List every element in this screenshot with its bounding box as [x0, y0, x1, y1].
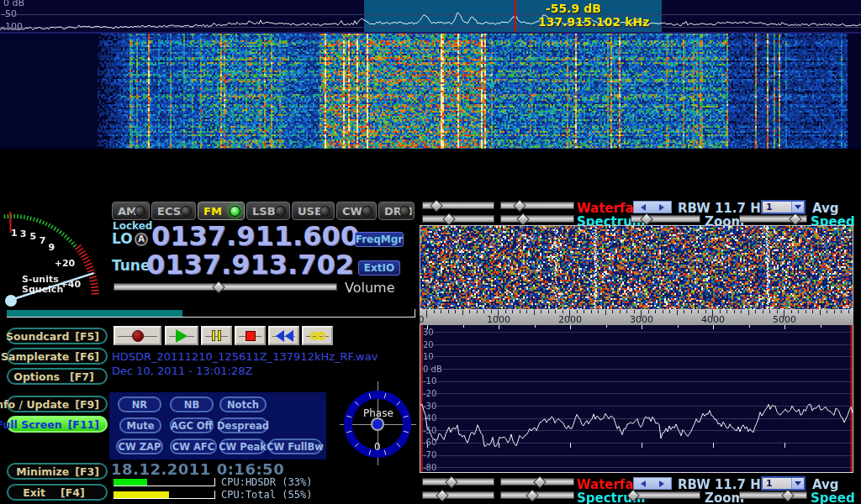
spectrum-lower-limit-slider[interactable] — [500, 215, 574, 223]
zoom-slider[interactable] — [631, 215, 700, 223]
rewind-icon — [275, 330, 293, 342]
despread-button[interactable]: Despread — [218, 417, 268, 433]
rbw-spinner[interactable] — [633, 477, 672, 490]
freq-label: 2000 — [558, 314, 582, 325]
mute-button[interactable]: Mute — [119, 417, 161, 433]
db-label: -60 — [423, 438, 436, 447]
mode-button-usb[interactable]: USB — [292, 202, 335, 220]
waterfall-lower-limit-slider[interactable] — [500, 202, 574, 209]
chevron-down-icon[interactable] — [791, 202, 804, 213]
button-label: CW Peak — [219, 441, 267, 453]
arrow-right-icon[interactable] — [659, 204, 664, 211]
button-label: Notch — [227, 399, 259, 411]
nb-button[interactable]: NB — [170, 396, 214, 412]
chevron-down-icon[interactable] — [791, 478, 804, 489]
stop-button[interactable] — [235, 326, 266, 345]
freqmgr-button[interactable]: FreqMgr — [355, 232, 404, 247]
agc-off-button[interactable]: AGC Off — [170, 417, 214, 433]
freqmgr-button-label: FreqMgr — [356, 234, 404, 245]
spectrum-upper-limit-slider[interactable] — [422, 491, 494, 499]
lo-label: LO — [112, 230, 133, 247]
freq-label: 1000 — [487, 314, 510, 325]
waterfall-upper-limit-slider[interactable] — [422, 202, 494, 209]
fullscreen-button[interactable]: Full Screen[F11] — [7, 416, 108, 433]
tune-cursor-line[interactable] — [515, 0, 516, 34]
nr-button[interactable]: NR — [118, 396, 161, 412]
db-label: -50 — [2, 8, 17, 19]
button-label: NR — [132, 399, 147, 411]
avg-select[interactable]: 1 — [761, 200, 806, 214]
button-label: Exit — [23, 486, 45, 499]
extio-button[interactable]: ExtIO — [358, 260, 400, 276]
record-button[interactable] — [114, 326, 161, 345]
squelch-level-bar[interactable] — [7, 309, 415, 318]
recorded-file-date: Dec 10, 2011 - 13:01:28Z — [112, 365, 252, 377]
pause-button[interactable] — [201, 326, 232, 345]
arrow-left-icon[interactable] — [641, 480, 646, 487]
soundcard-button[interactable]: Soundcard[F5] — [7, 328, 108, 344]
spectrum-upper-limit-slider[interactable] — [422, 215, 494, 223]
mode-button-fm[interactable]: FM — [198, 202, 245, 220]
cw-zap-button[interactable]: CW ZAP — [116, 438, 163, 454]
af-frequency-scale[interactable]: 0 1000 2000 3000 4000 5000 — [420, 310, 853, 325]
squelch-level-fill — [7, 310, 182, 317]
cw-peak-button[interactable]: CW Peak — [219, 438, 266, 454]
slider-thumb[interactable] — [790, 213, 803, 226]
freq-label: 5000 — [773, 314, 796, 325]
spectrum-lower-limit-slider[interactable] — [500, 491, 574, 499]
info-update-button[interactable]: Info / Update[F9] — [7, 396, 108, 412]
speed-slider[interactable] — [739, 215, 807, 223]
mode-button-drm[interactable]: DRM — [378, 202, 415, 220]
af-spectrum-canvas — [420, 325, 853, 472]
db-label: 30 — [423, 328, 434, 337]
minimize-button[interactable]: Minimize[F3] — [7, 463, 108, 480]
tune-frequency-display[interactable]: 0137.913.702 — [146, 249, 354, 281]
slider-thumb[interactable] — [442, 213, 456, 226]
mode-button-ecss[interactable]: ECSS — [151, 202, 196, 220]
rewind-button[interactable] — [268, 326, 299, 345]
rf-spectrum[interactable]: 0 dB -50 -100 -55.9 dB 137.915.102 kHz — [0, 0, 861, 34]
slider-thumb[interactable] — [781, 489, 795, 502]
waterfall-upper-limit-slider[interactable] — [422, 478, 494, 486]
mode-button-cw[interactable]: CW — [336, 202, 377, 220]
slider-thumb[interactable] — [516, 213, 530, 226]
zoom-slider[interactable] — [631, 491, 700, 499]
af-waterfall[interactable] — [420, 226, 853, 309]
auto-badge-icon[interactable]: A — [135, 233, 148, 246]
button-label: CW ZAP — [119, 441, 161, 453]
options-button[interactable]: Options[F7] — [7, 368, 108, 385]
led-icon — [135, 206, 145, 217]
samplerate-button[interactable]: Samplerate[F6] — [7, 348, 108, 365]
rbw-spinner[interactable] — [633, 201, 672, 213]
phase-scope[interactable] — [340, 380, 417, 467]
db-label: 0 dB — [3, 0, 24, 8]
cw-fullbw-button[interactable]: CW FullBw — [268, 438, 322, 454]
volume-slider[interactable] — [114, 283, 337, 291]
button-hotkey: [F7] — [70, 370, 94, 383]
freq-label: 0 — [420, 314, 425, 325]
lo-frequency-display[interactable]: 0137.911.600 — [151, 220, 359, 252]
exit-button[interactable]: Exit[F4] — [7, 484, 108, 501]
db-label: -40 — [423, 413, 436, 423]
slider-thumb[interactable] — [446, 475, 459, 489]
mode-button-lsb[interactable]: LSB — [246, 202, 290, 220]
waterfall-lower-limit-slider[interactable] — [500, 478, 574, 486]
loop-button[interactable] — [302, 326, 333, 345]
play-button[interactable] — [165, 326, 198, 345]
af-spectrum[interactable] — [420, 325, 853, 473]
af-controls-top: Waterfall RBW 11.7 Hz 1 Avg Spectrum Zoo… — [416, 200, 861, 225]
notch-button[interactable]: Notch — [219, 396, 267, 412]
slider-thumb[interactable] — [526, 489, 539, 502]
slider-thumb[interactable] — [436, 489, 449, 502]
slider-thumb[interactable] — [513, 199, 526, 213]
slider-thumb[interactable] — [533, 475, 547, 489]
volume-slider-thumb[interactable] — [212, 281, 225, 294]
arrow-right-icon[interactable] — [659, 480, 664, 487]
avg-select[interactable]: 1 — [761, 476, 806, 491]
speed-slider[interactable] — [739, 491, 807, 499]
mode-button-am[interactable]: AM — [112, 202, 150, 220]
arrow-left-icon[interactable] — [641, 204, 646, 211]
slider-thumb[interactable] — [430, 199, 443, 213]
cursor-freq-readout: 137.915.102 kHz — [538, 15, 649, 29]
cw-afc-button[interactable]: CW AFC — [170, 438, 217, 454]
